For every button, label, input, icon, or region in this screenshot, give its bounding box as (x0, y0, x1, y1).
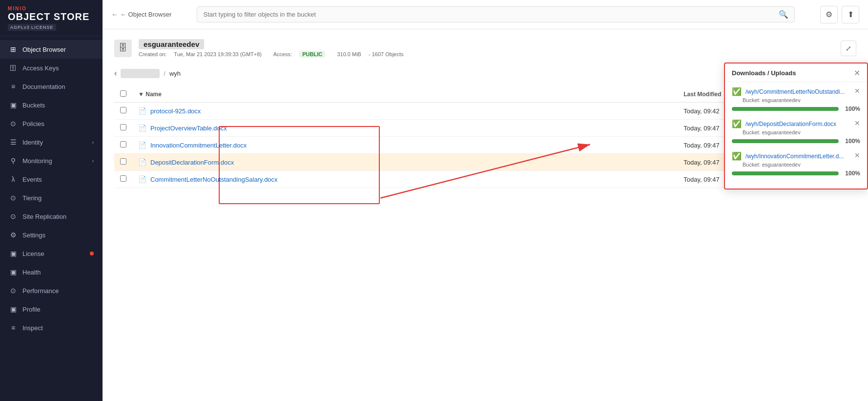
bucket-objects: 1607 Objects (372, 51, 404, 57)
path-blurred (121, 69, 160, 78)
download-bucket-0: Bucket: esguaranteedev (732, 97, 860, 103)
bucket-action-icon[interactable]: ⤢ (841, 41, 856, 56)
sidebar-item-label-inspect: Inspect (22, 324, 94, 332)
progress-bar-fill-2 (732, 171, 839, 175)
file-name-cell: 📄ProjectOverviewTable.docx (132, 120, 678, 137)
sidebar-item-health[interactable]: ▣Health (0, 263, 103, 281)
search-bar[interactable]: 🔍 (197, 6, 795, 22)
nav-icon-tiering: ⊙ (9, 193, 18, 202)
created-date: Tue, Mar 21 2023 19:39:33 (GMT+8) (174, 51, 262, 57)
file-name-text[interactable]: CommitmentLetterNoOutstandingSalary.docx (150, 176, 278, 183)
download-close-button-2[interactable]: ✕ (854, 151, 860, 159)
upload-button[interactable]: ⬆ (842, 6, 859, 23)
sidebar-item-monitoring[interactable]: ⚲Monitoring› (0, 151, 103, 170)
file-icon: 📄 (138, 124, 146, 132)
row-checkbox-3[interactable] (120, 158, 126, 165)
sidebar-item-label-monitoring: Monitoring (22, 157, 87, 165)
nav-icon-buckets: ▣ (9, 101, 18, 109)
downloads-panel-header: Downloads / Uploads ✕ (725, 63, 867, 82)
back-button[interactable]: ← ← Object Browser (111, 11, 171, 18)
bucket-header: 🗄 esguaranteedev Created on: Tue, Mar 21… (114, 39, 856, 57)
nav-icon-license: ▣ (9, 249, 18, 258)
bucket-info: esguaranteedev Created on: Tue, Mar 21 2… (139, 39, 834, 57)
progress-bar-bg-2 (732, 171, 839, 175)
progress-bar-fill-1 (732, 139, 839, 143)
sidebar-item-tiering[interactable]: ⊙Tiering (0, 189, 103, 207)
download-item-1: ✅ /wyh/DepositDeclarationForm.docx ✕ Buc… (732, 119, 860, 145)
nav-icon-site-replication: ⊙ (9, 212, 18, 221)
sidebar-item-label-performance: Performance (22, 287, 94, 295)
col-name-header: ▼ Name (132, 86, 678, 103)
nav-badge-license (90, 252, 94, 255)
nav-icon-identity: ☰ (9, 138, 18, 147)
file-icon: 📄 (138, 107, 146, 115)
logo-title: OBJECT STORE (8, 11, 95, 22)
row-checkbox-1[interactable] (120, 124, 126, 130)
row-checkbox-2[interactable] (120, 141, 126, 148)
sidebar-item-object-browser[interactable]: ⊞Object Browser (0, 40, 103, 59)
download-close-button-1[interactable]: ✕ (854, 119, 860, 127)
select-all-checkbox[interactable] (120, 90, 126, 97)
sidebar-item-label-events: Events (22, 176, 94, 183)
sidebar-item-buckets[interactable]: ▣Buckets (0, 96, 103, 114)
bucket-meta: Created on: Tue, Mar 21 2023 19:39:33 (G… (139, 51, 834, 57)
nav-icon-events: λ (9, 175, 18, 184)
sidebar-item-site-replication[interactable]: ⊙Site Replication (0, 207, 103, 226)
sidebar-item-label-tiering: Tiering (22, 194, 94, 202)
sidebar-item-label-policies: Policies (22, 120, 94, 127)
bucket-icon: 🗄 (114, 40, 132, 57)
file-name-cell: 📄CommitmentLetterNoOutstandingSalary.doc… (132, 171, 678, 188)
file-name-text[interactable]: DepositDeclarationForm.docx (150, 159, 234, 166)
topbar: ← ← Object Browser 🔍 ⚙ ⬆ (103, 0, 868, 29)
file-name-text[interactable]: InnovationCommitmentLetter.docx (150, 142, 247, 149)
downloads-panel-close-button[interactable]: ✕ (854, 68, 860, 78)
nav-icon-policies: ⊙ (9, 119, 18, 128)
file-name-text[interactable]: ProjectOverviewTable.docx (150, 125, 227, 132)
sidebar-item-policies[interactable]: ⊙Policies (0, 114, 103, 133)
progress-pct-0: 100% (843, 106, 860, 112)
sidebar-item-inspect[interactable]: ≡Inspect (0, 318, 103, 337)
nav-icon-performance: ⊙ (9, 286, 18, 295)
sidebar-item-settings[interactable]: ⚙Settings (0, 226, 103, 244)
nav-icon-profile: ▣ (9, 305, 18, 314)
nav-icon-access-keys: ⚿ (9, 63, 18, 72)
sidebar-item-label-license: License (22, 250, 85, 257)
sidebar-item-access-keys[interactable]: ⚿Access Keys (0, 59, 103, 77)
nav-icon-documentation: ≡ (9, 82, 18, 91)
file-icon: 📄 (138, 175, 146, 183)
row-checkbox-0[interactable] (120, 107, 126, 113)
col-name-label: Name (145, 91, 162, 98)
downloads-panel-title: Downloads / Uploads (732, 69, 796, 77)
sidebar: MINIO OBJECT STORE AGPLv3 LICENSE ⊞Objec… (0, 0, 103, 401)
sidebar-item-label-buckets: Buckets (22, 102, 94, 109)
sidebar-item-documentation[interactable]: ≡Documentation (0, 77, 103, 96)
back-label: ← Object Browser (120, 11, 171, 18)
download-item-name-2: /wyh/InnovationCommitmentLetter.d... (745, 153, 844, 160)
sidebar-item-identity[interactable]: ☰Identity› (0, 133, 103, 151)
download-check-icon-1: ✅ (732, 119, 742, 128)
progress-bar-bg-0 (732, 107, 839, 111)
sidebar-item-label-access-keys: Access Keys (22, 64, 94, 72)
search-input[interactable] (203, 11, 779, 18)
file-icon: 📄 (138, 141, 146, 149)
file-name-text[interactable]: protocol-925.docx (150, 107, 201, 115)
download-close-button-0[interactable]: ✕ (854, 87, 860, 95)
bucket-name: esguaranteedev (139, 39, 204, 49)
nav-icon-monitoring: ⚲ (9, 156, 18, 165)
sidebar-item-events[interactable]: λEvents (0, 170, 103, 189)
progress-pct-1: 100% (843, 138, 860, 145)
progress-bar-bg-1 (732, 139, 839, 143)
progress-pct-2: 100% (843, 170, 860, 177)
nav-chevron-identity: › (92, 140, 94, 145)
path-back-button[interactable]: ‹ (114, 69, 117, 78)
download-bucket-1: Bucket: esguaranteedev (732, 129, 860, 135)
sidebar-item-license[interactable]: ▣License (0, 244, 103, 263)
path-separator: / (164, 70, 165, 77)
row-checkbox-4[interactable] (120, 175, 126, 182)
sidebar-item-profile[interactable]: ▣Profile (0, 300, 103, 318)
nav-icon-settings: ⚙ (9, 231, 18, 239)
settings-button[interactable]: ⚙ (820, 6, 838, 23)
sidebar-item-performance[interactable]: ⊙Performance (0, 281, 103, 300)
sidebar-item-label-documentation: Documentation (22, 83, 94, 90)
download-check-icon-0: ✅ (732, 87, 742, 96)
